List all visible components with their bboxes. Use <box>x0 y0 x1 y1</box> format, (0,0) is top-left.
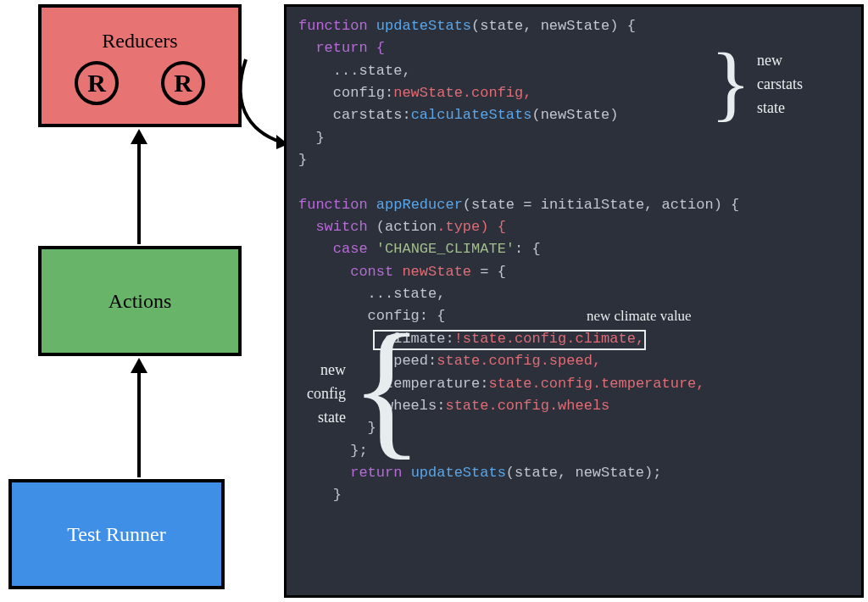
code-panel: function updateStats(state, newState) { … <box>284 4 864 598</box>
reducer-icon: R <box>161 61 205 105</box>
reducers-title: Reducers <box>102 30 177 53</box>
code-line: return { <box>298 37 854 59</box>
arrow-shaft <box>137 142 141 244</box>
brace-icon: } <box>350 312 423 465</box>
code-line: config:newState.config, <box>298 82 854 104</box>
brace-icon: } <box>710 41 751 125</box>
code-line: const newState = { <box>298 261 854 283</box>
code-line: function updateStats(state, newState) { <box>298 15 854 37</box>
code-line: } <box>298 149 854 171</box>
actions-title: Actions <box>108 290 172 313</box>
code-line: carstats:calculateStats(newState) <box>298 104 854 126</box>
actions-box: Actions <box>38 246 242 356</box>
code-line: ...state, <box>298 60 854 82</box>
code-line: switch (action.type) { <box>298 216 854 238</box>
test-runner-box: Test Runner <box>8 479 225 589</box>
arrow-head-icon <box>131 129 147 144</box>
arrow-head-icon <box>131 358 147 373</box>
code-line: ...state, <box>298 283 854 305</box>
code-line: } <box>298 484 854 506</box>
code-line: function appReducer(state = initialState… <box>298 194 854 216</box>
arrow-shaft <box>137 371 141 477</box>
test-runner-title: Test Runner <box>67 523 165 546</box>
diagram-canvas: Reducers R R Actions Test Runner functio… <box>0 0 868 602</box>
reducer-icons: R R <box>75 61 205 105</box>
reducer-icon: R <box>75 61 119 105</box>
code-line: case 'CHANGE_CLIMATE': { <box>298 238 854 260</box>
code-line: } <box>298 127 854 149</box>
code-line <box>298 171 854 193</box>
annotation-new-climate-value: new climate value <box>587 305 692 327</box>
